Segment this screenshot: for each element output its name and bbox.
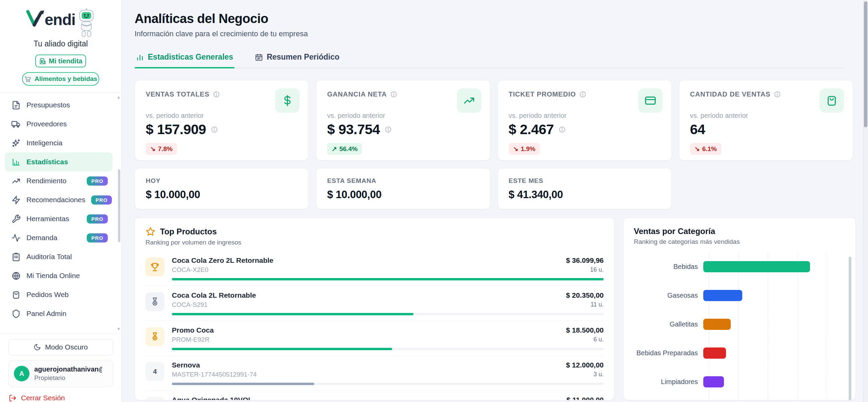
sidebar-item-mi-tienda-online[interactable]: Mi Tienda Online (5, 266, 113, 285)
shield-icon (12, 309, 21, 318)
info-icon[interactable] (579, 91, 586, 98)
product-row: Promo Coca $ 18.500,00 PROM-E92R 6 u. (145, 320, 604, 355)
product-name: Coca Cola 2L Retornable (172, 291, 256, 299)
page-title: Analíticas del Negocio (135, 12, 854, 26)
chart-row: Limpiadores (634, 367, 845, 396)
sidebar-item-pedidos-web[interactable]: Pedidos Web (5, 285, 113, 304)
moon-icon (34, 343, 41, 351)
sidebar-scroll-up-arrow[interactable]: ▲ (117, 95, 121, 100)
sidebar-item-proveedores[interactable]: Proveedores (5, 114, 113, 133)
kpi-compare-label: vs. periodo anterior (146, 112, 298, 120)
sidebar-item-label: Panel Admin (26, 310, 66, 318)
avatar: A (14, 366, 29, 381)
category-pill-button[interactable]: Alimentos y bebidas (22, 72, 99, 86)
sidebar-item-label: Auditoría Total (26, 253, 72, 261)
shopping-bag-icon (12, 290, 21, 299)
sidebar-item-label: Proveedores (26, 120, 67, 128)
info-icon[interactable] (774, 91, 781, 98)
silver-medal-icon (145, 292, 164, 311)
sidebar-item-label: Rendimiento (26, 177, 66, 185)
shopping-cart-icon (24, 75, 32, 83)
trending-up-icon (12, 176, 21, 186)
info-icon[interactable] (559, 126, 566, 133)
clipboard-list-icon (12, 252, 21, 261)
info-icon[interactable] (211, 126, 218, 133)
brand-header: endi Tu (0, 0, 121, 86)
kpi-card-cantidad-de-ventas: CANTIDAD DE VENTAS vs. periodo anterior … (679, 80, 853, 161)
sidebar-item-inteligencia[interactable]: Inteligencia (5, 133, 113, 152)
kpi-compare-label: vs. periodo anterior (509, 112, 661, 120)
kpi-card-ventas-totales: VENTAS TOTALES vs. periodo anterior $ 15… (135, 80, 309, 161)
delta-badge: ↘ 7.8% (146, 143, 177, 155)
page-scrollbar-thumb[interactable] (864, 1, 867, 127)
vendi-logo: endi (25, 7, 76, 28)
delta-badge: ↗ 56.4% (327, 143, 362, 155)
product-amount: $ 11.000,00 (566, 396, 604, 400)
period-value: $ 41.340,00 (509, 189, 661, 201)
dark-mode-button[interactable]: Modo Oscuro (8, 339, 113, 355)
sidebar-item-herramientas[interactable]: Herramientas PRO (5, 209, 113, 228)
kpi-value: $ 2.467 (509, 122, 554, 137)
my-store-button[interactable]: Mi tiendita (35, 55, 86, 67)
sidebar-item-label: Presupuestos (26, 101, 70, 109)
sparkles-icon (12, 139, 21, 148)
sidebar-scroll-down-arrow[interactable]: ▼ (117, 326, 121, 331)
tab-resumen-periodico[interactable]: Resumen Periódico (254, 51, 341, 68)
product-units: 16 u. (590, 266, 604, 274)
chart-scrollbar-thumb[interactable] (849, 257, 851, 400)
product-units: 11 u. (590, 301, 604, 309)
page-scrollbar-track[interactable] (863, 0, 868, 402)
credit-card-icon (638, 88, 663, 113)
sidebar-item-estadisticas[interactable]: Estadísticas (5, 152, 113, 171)
sidebar-item-label: Pedidos Web (26, 291, 69, 299)
product-progress-track (172, 383, 604, 385)
product-sku: PROM-E92R (172, 336, 209, 343)
tab-bar: Estadisticas Generales Resumen Periódico (135, 51, 843, 68)
category-chart-subtitle: Ranking de categorías más vendidas (634, 238, 845, 246)
product-row: Coca Cola Zero 2L Retornable $ 36.099,96… (145, 251, 604, 285)
logout-button[interactable]: Cerrar Sesión (8, 394, 113, 402)
product-name: Agua Oxigenada 10VOL (172, 396, 253, 400)
truck-icon (12, 120, 21, 129)
category-label: Galletitas (634, 320, 703, 328)
sidebar-item-panel-admin[interactable]: Panel Admin (5, 304, 113, 323)
product-progress-track (172, 313, 604, 315)
globe-icon (12, 271, 21, 280)
sidebar-item-recomendaciones[interactable]: Recomendaciones PRO (5, 190, 113, 209)
kpi-value: 64 (690, 122, 705, 137)
info-icon[interactable] (390, 91, 397, 98)
info-icon[interactable] (213, 91, 220, 98)
tab-estadisticas-generales[interactable]: Estadisticas Generales (135, 51, 235, 68)
period-value: $ 10.000,00 (146, 189, 298, 201)
bottom-section: Top Productos Ranking por volumen de ing… (135, 217, 856, 400)
vendi-v-mark-icon (25, 7, 47, 28)
main-content: Analíticas del Negocio Información clave… (122, 0, 868, 402)
period-label: HOY (146, 177, 298, 185)
pro-badge: PRO (91, 195, 112, 205)
period-value: $ 10.000,00 (327, 189, 479, 201)
category-label: Gaseosas (634, 292, 703, 299)
period-grid: HOY $ 10.000,00 ESTA SEMANA $ 10.000,00 … (135, 168, 853, 209)
product-sku: COCA-S291 (172, 301, 208, 309)
product-name: Sernova (172, 361, 200, 369)
pro-badge: PRO (87, 214, 108, 224)
rank-number-badge: 5 (145, 397, 164, 400)
top-products-list: Coca Cola Zero 2L Retornable $ 36.099,96… (145, 251, 604, 400)
sidebar-scrollbar-thumb[interactable] (118, 169, 120, 242)
user-card[interactable]: A aguerojonathanivan@g... Propietario (8, 360, 113, 387)
bronze-medal-icon (145, 327, 164, 346)
category-bar (703, 319, 731, 330)
sidebar-item-rendimiento[interactable]: Rendimiento PRO (5, 171, 113, 190)
sidebar-item-label: Recomendaciones (26, 196, 85, 204)
category-bar-chart: Bebidas Gaseosas Galletitas Bebidas Prep… (634, 252, 845, 398)
product-sku: MASTER-1774450512991-74 (172, 371, 257, 378)
sidebar-item-demanda[interactable]: Demanda PRO (5, 228, 113, 247)
sidebar-item-auditoria-total[interactable]: Auditoría Total (5, 247, 113, 266)
brand-tagline: Tu aliado digital (3, 39, 118, 48)
product-progress-fill (172, 313, 413, 315)
pro-badge: PRO (87, 176, 108, 186)
sidebar-item-label: Demanda (26, 234, 57, 242)
category-bar (703, 290, 742, 301)
info-icon[interactable] (385, 126, 392, 133)
sidebar-item-presupuestos[interactable]: Presupuestos (5, 96, 113, 114)
